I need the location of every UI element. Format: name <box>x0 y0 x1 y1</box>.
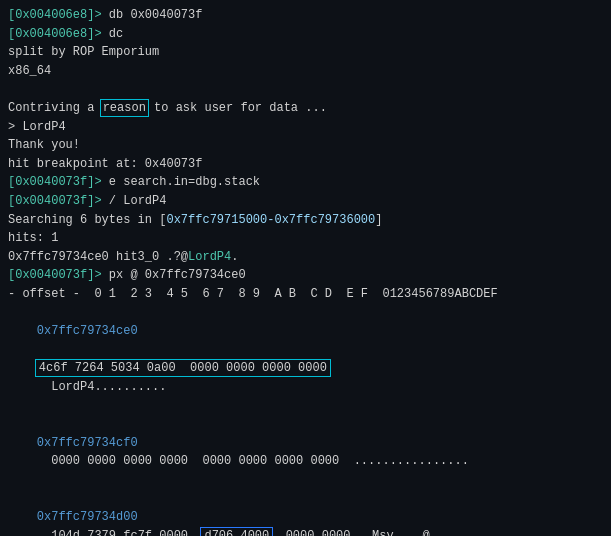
cmd-10: e search.in=dbg.stack <box>109 175 260 189</box>
line-11: [0x0040073f]> / LordP4 <box>8 192 603 211</box>
line-6: Contriving a reason to ask user for data… <box>8 99 603 118</box>
line-8: Thank you! <box>8 136 603 155</box>
line-3: split by ROP Emporium <box>8 43 603 62</box>
hex-row-d00: 0x7ffc79734d00 104d 7379 fc7f 0000 d706 … <box>8 489 603 536</box>
cmd-2: dc <box>109 27 123 41</box>
lordp4-ref: LordP4 <box>188 250 231 264</box>
prompt-10: [0x0040073f]> <box>8 175 109 189</box>
line-15: [0x0040073f]> px @ 0x7ffc79734ce0 <box>8 266 603 285</box>
line-1: [0x004006e8]> db 0x0040073f <box>8 6 603 25</box>
line-13: hits: 1 <box>8 229 603 248</box>
line-7: > LordP4 <box>8 118 603 137</box>
line-2: [0x004006e8]> dc <box>8 25 603 44</box>
cmd-1: db 0x0040073f <box>109 8 203 22</box>
prompt-1: [0x004006e8]> <box>8 8 109 22</box>
addr-d00: 0x7ffc79734d00 <box>37 510 138 524</box>
reason-highlight: reason <box>102 101 147 115</box>
prompt-15: [0x0040073f]> <box>8 268 109 282</box>
cmd-11: / LordP4 <box>109 194 167 208</box>
addr-cf0: 0x7ffc79734cf0 <box>37 436 138 450</box>
hex-bytes-d00-hl: d706 4000 <box>202 529 271 536</box>
line-5 <box>8 80 603 99</box>
line-10: [0x0040073f]> e search.in=dbg.stack <box>8 173 603 192</box>
hex-bytes-ce0-hl: 4c6f 7264 5034 0a00 0000 0000 0000 0000 <box>37 361 329 375</box>
hex-row-ce0: 0x7ffc79734ce0 4c6f 7264 5034 0a00 0000 … <box>8 304 603 416</box>
line-12: Searching 6 bytes in [0x7ffc79715000-0x7… <box>8 211 603 230</box>
line-14: 0x7ffc79734ce0 hit3_0 .?@LordP4. <box>8 248 603 267</box>
line-4: x86_64 <box>8 62 603 81</box>
prompt-11: [0x0040073f]> <box>8 194 109 208</box>
cmd-15: px @ 0x7ffc79734ce0 <box>109 268 246 282</box>
addr-ce0: 0x7ffc79734ce0 <box>37 324 138 338</box>
hex-row-cf0: 0x7ffc79734cf0 0000 0000 0000 0000 0000 … <box>8 415 603 489</box>
terminal: [0x004006e8]> db 0x0040073f [0x004006e8]… <box>0 0 611 536</box>
prompt-2: [0x004006e8]> <box>8 27 109 41</box>
line-9: hit breakpoint at: 0x40073f <box>8 155 603 174</box>
range-text: 0x7ffc79715000-0x7ffc79736000 <box>166 213 375 227</box>
hex-header: - offset - 0 1 2 3 4 5 6 7 8 9 A B C D E… <box>8 285 603 304</box>
